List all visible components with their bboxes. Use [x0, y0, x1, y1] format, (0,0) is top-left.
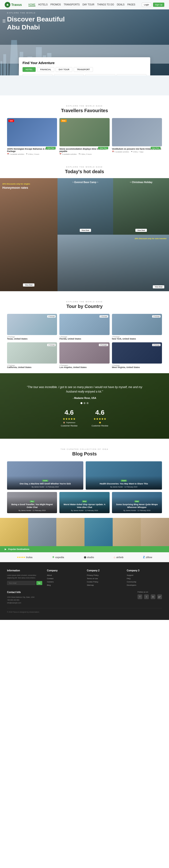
nav-home[interactable]: HOME — [29, 3, 35, 6]
logo[interactable]: Travus — [5, 2, 22, 7]
fav-view-btn-1[interactable]: View Tour — [46, 147, 56, 149]
blog-card-2[interactable]: Travel Health Discoveries: You May Want … — [86, 461, 162, 490]
social-facebook[interactable]: f — [137, 594, 142, 599]
partner-studio: ◉ studio — [84, 556, 94, 559]
footer-link-terms[interactable]: Terms of Use — [87, 578, 122, 580]
deal-view-btn-1[interactable]: View Deal — [23, 283, 35, 286]
rating-score-2: 4.6 — [95, 409, 104, 416]
deals-container: 20% Discounts only for singles Honeymoon… — [0, 178, 169, 291]
gallery-item-3[interactable] — [56, 518, 85, 546]
tab-daytour[interactable]: DAY TOUR — [56, 67, 72, 72]
login-button[interactable]: Login — [142, 3, 151, 7]
deal-view-btn-2[interactable]: View Deal — [80, 229, 91, 232]
footer-link-cookie[interactable]: Cookie Policy — [87, 581, 122, 583]
deal-card-2: ~ Everest Base Camp ~ View Deal — [57, 178, 113, 235]
deal-card-1: 20% Discounts only for singles Honeymoon… — [0, 178, 57, 291]
dot-3[interactable] — [87, 402, 88, 404]
gallery-item-1[interactable] — [0, 518, 28, 546]
hot-deals-label: EXPLORE THE WORLD EASE — [0, 166, 169, 168]
partners-section: ★★★★★ trulea ✈ expedia ◉ studio ⌂ airbnb… — [0, 552, 169, 562]
gallery-item-2[interactable] — [28, 518, 56, 546]
newsletter-input[interactable] — [7, 581, 35, 585]
logo-icon — [5, 2, 10, 7]
tab-hotel[interactable]: HOTEL — [23, 67, 36, 72]
testimonial-author: - Madame Rose, USA — [26, 397, 143, 399]
footer-col-company2: Company 2 Privacy Policy Terms of Use Co… — [87, 569, 122, 586]
gallery-item-4[interactable] — [85, 518, 113, 546]
footer-link-about[interactable]: About — [47, 574, 82, 576]
deal-view-btn-4[interactable]: View Deal — [153, 285, 164, 288]
dot-2[interactable] — [84, 402, 85, 404]
newsletter-button[interactable]: Go — [36, 581, 42, 585]
deal-view-btn-3[interactable]: View Deal — [135, 229, 147, 232]
rating-source-1: 🦉 TripAdvisor — [63, 422, 75, 424]
airbnb-icon: ⌂ — [114, 556, 115, 559]
checkin-input[interactable] — [54, 74, 84, 75]
tour-label-4: 1 Package — [7, 365, 57, 366]
hamburger-icon[interactable]: ☰ — [2, 19, 6, 23]
tour-badge-5: 4 Packages — [99, 344, 108, 346]
popular-banner[interactable]: ▶ Popular Destinations — [0, 546, 169, 552]
social-linkedin[interactable]: in — [151, 594, 155, 599]
footer-link-support[interactable]: Support — [127, 574, 162, 576]
footer-follow: Follow us on f t in g+ — [137, 591, 162, 599]
gallery-item-6[interactable] — [141, 518, 169, 546]
deal-btn-container-3: View Deal — [135, 227, 147, 232]
footer-link-sitemap[interactable]: Sitemap — [87, 584, 122, 586]
tab-financial[interactable]: FINANCIAL — [37, 67, 54, 72]
checkout-input[interactable] — [85, 74, 115, 75]
nav-daytour[interactable]: DAY TOUR — [82, 3, 94, 6]
footer-link-developers[interactable]: Developers — [127, 584, 162, 586]
arrow-right-icon: ▶ — [5, 548, 6, 550]
footer-link-contact[interactable]: Contact — [47, 578, 82, 580]
navbar-right: Login Sign Up — [142, 3, 164, 7]
social-google[interactable]: g+ — [157, 594, 162, 599]
blog-card-4[interactable]: Blog Worst Water-Soled Ship Uproar Updat… — [59, 492, 110, 513]
dot-1[interactable] — [81, 402, 82, 404]
deal-title-3: ~ Christmas Holiday — [113, 181, 169, 184]
blog-card-1[interactable]: Health One Day, a Machine Will Smell Whe… — [7, 461, 83, 490]
gallery-item-5[interactable] — [113, 518, 141, 546]
nav-promos[interactable]: PROMOS — [50, 3, 61, 6]
tour-badge-4: 1 Package — [47, 344, 56, 346]
rating-stars-2: ★★★★★ — [93, 417, 106, 421]
search-title: Find Your Adventure — [23, 61, 146, 65]
tripadvisor-icon: 🦉 — [63, 422, 65, 424]
signup-button[interactable]: Sign Up — [153, 3, 164, 7]
guests-input[interactable] — [117, 74, 147, 75]
footer-link-faq[interactable]: FAQ — [127, 578, 162, 580]
footer-copyright-bar: © 2019 Travus is designed by dreammakers — [7, 608, 162, 613]
tours-label: EXPLORE THE WORLD EASE — [7, 301, 162, 303]
social-twitter[interactable]: t — [144, 594, 149, 599]
footer-links-company: About Contact Careers Blog — [47, 574, 82, 586]
tour-img-container-3: 1 Package — [112, 314, 162, 335]
nav-deals[interactable]: DEALS — [117, 3, 125, 6]
footer-link-community[interactable]: Community — [127, 581, 162, 583]
tour-badge-6: 1 Package — [152, 344, 161, 346]
fav-card-2: New View Tour Stone accommodation displa… — [59, 118, 110, 156]
tour-badge-1: 1 Package — [47, 315, 56, 318]
destination-input[interactable] — [23, 74, 52, 75]
fav-view-btn-3[interactable]: View Tour — [151, 147, 161, 149]
footer-link-blog[interactable]: Blog — [47, 584, 82, 586]
gallery-img-5 — [113, 518, 141, 546]
tab-transport[interactable]: TRANSPORT — [74, 67, 93, 72]
nav-hotels[interactable]: HOTELS — [38, 3, 48, 6]
blog-card-3[interactable]: Blog Being a Good Traveller, You Might R… — [7, 492, 57, 513]
nav-pages[interactable]: PAGES — [127, 3, 135, 6]
blog-meta-3: By James Hunter · 11 February 2019 — [9, 509, 55, 511]
footer-link-careers[interactable]: Careers — [47, 581, 82, 583]
footer-grid: Information Lorem ipsum dolor sit amet, … — [7, 569, 162, 586]
footer-link-privacy[interactable]: Privacy Policy — [87, 574, 122, 576]
testimonial-section: "The tour was incredible. I got to see s… — [0, 373, 169, 439]
calendar-icon: 📅 — [7, 153, 9, 155]
heart-icon-2: ❤ — [79, 153, 80, 155]
partner-name-4: airbnb — [116, 556, 123, 559]
nav-transports[interactable]: TRANSPORTS — [64, 3, 80, 6]
blog-meta-5: By James Hunter · 11 February 2019 — [114, 509, 160, 511]
fav-card-img-2 — [59, 118, 110, 146]
fav-view-btn-2[interactable]: View Tour — [98, 147, 108, 149]
blog-post-title-5: Some Surprising Blog Never Quite Wraps W… — [114, 503, 160, 509]
nav-things[interactable]: THINGS TO DO — [97, 3, 114, 6]
blog-card-5[interactable]: Blog Some Surprising Blog Never Quite Wr… — [112, 492, 162, 513]
